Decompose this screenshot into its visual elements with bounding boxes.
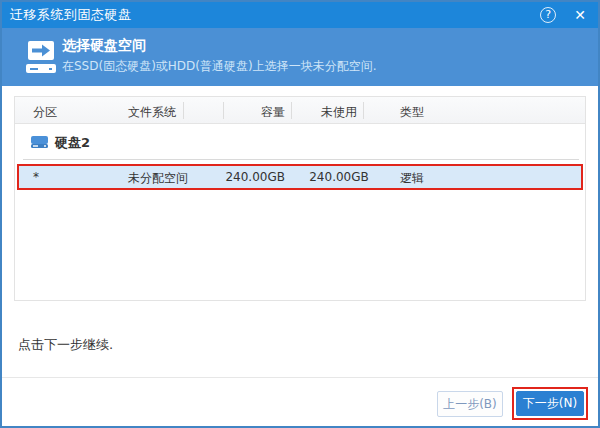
column-divider (363, 102, 364, 119)
step-title: 选择硬盘空间 (62, 37, 146, 55)
group-divider (23, 159, 579, 160)
column-divider (183, 102, 184, 119)
hint-text: 点击下一步继续. (18, 336, 113, 354)
disk-migrate-icon (25, 41, 57, 78)
unallocated-space-row[interactable]: * 未分配空间 240.00GB 240.00GB 逻辑 (17, 164, 583, 190)
title-bar: 迁移系统到固态硬盘 ? ✕ (2, 2, 598, 28)
dialog-window: 迁移系统到固态硬盘 ? ✕ 选择硬盘空间 在SSD(固态硬盘)或HDD(普通硬盘… (0, 0, 600, 428)
step-subtitle: 在SSD(固态硬盘)或HDD(普通硬盘)上选择一块未分配空间. (62, 58, 377, 75)
column-header-filesystem: 文件系统 (128, 104, 176, 121)
column-header-partition: 分区 (33, 104, 57, 121)
row-cell-filesystem: 未分配空间 (128, 170, 188, 187)
column-header-capacity: 容量 (215, 104, 285, 121)
disk-icon (31, 133, 48, 152)
footer-divider (2, 377, 598, 378)
back-button[interactable]: 上一步(B) (437, 391, 503, 417)
column-divider (223, 102, 224, 119)
help-icon[interactable]: ? (540, 7, 556, 23)
step-banner: 选择硬盘空间 在SSD(固态硬盘)或HDD(普通硬盘)上选择一块未分配空间. (2, 28, 598, 86)
column-divider (291, 102, 292, 119)
row-cell-capacity: 240.00GB (215, 170, 285, 184)
window-title: 迁移系统到固态硬盘 (10, 6, 132, 24)
disk-group-label: 硬盘2 (55, 134, 90, 152)
partition-table: 分区 文件系统 容量 未使用 类型 硬盘2 * 未分配 (14, 96, 586, 301)
next-button[interactable]: 下一步(N) (516, 391, 584, 416)
titlebar-controls: ? ✕ (540, 7, 586, 23)
row-cell-partition: * (33, 170, 39, 184)
row-cell-type: 逻辑 (387, 170, 437, 187)
row-cell-unused: 240.00GB (308, 170, 370, 184)
disk-group-row[interactable]: 硬盘2 (31, 133, 90, 152)
close-icon[interactable]: ✕ (574, 7, 586, 23)
table-header: 分区 文件系统 容量 未使用 类型 (15, 97, 585, 124)
column-header-unused: 未使用 (308, 104, 370, 121)
column-header-type: 类型 (387, 104, 437, 121)
